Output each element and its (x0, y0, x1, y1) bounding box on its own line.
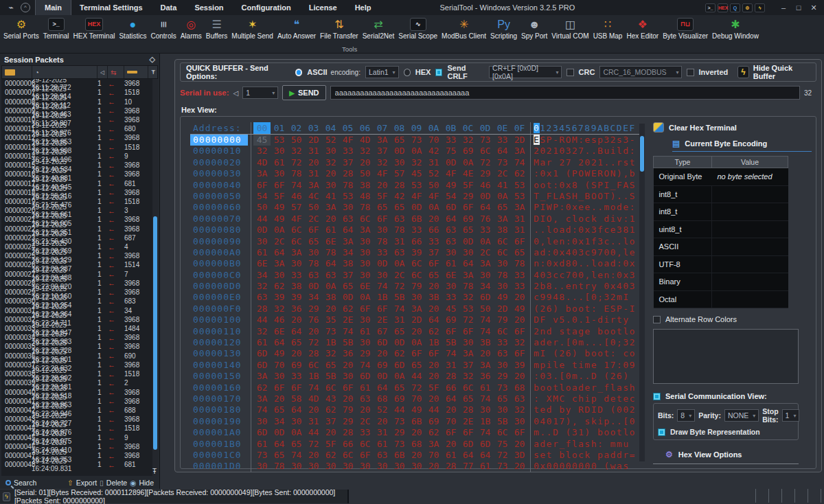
hex-byte-cell[interactable]: 3A (511, 146, 528, 157)
hex-byte-cell[interactable]: 0A (391, 371, 408, 382)
hex-byte-cell[interactable]: 3A (494, 214, 511, 225)
hex-byte-cell[interactable]: 20 (425, 303, 442, 314)
delete-button[interactable]: ▯Delete (100, 479, 127, 487)
hex-byte-cell[interactable]: 65 (271, 450, 288, 461)
address-cell[interactable]: 00000140 (190, 360, 248, 371)
hex-byte-cell[interactable]: 6C (459, 382, 477, 393)
hex-byte-cell[interactable]: 0A (494, 191, 511, 202)
controls-button[interactable]: ≡Controls (148, 16, 178, 41)
hex-byte-cell[interactable]: 6C (339, 450, 356, 461)
hex-byte-cell[interactable]: 61 (253, 439, 271, 450)
hex-byte-cell[interactable]: 74 (477, 326, 494, 337)
hex-byte-cell[interactable]: 64 (271, 247, 288, 258)
hex-byte-cell[interactable]: 6C (322, 382, 339, 393)
hex-byte-cell[interactable]: 29 (391, 427, 408, 438)
hex-byte-cell[interactable]: 6F (511, 348, 528, 359)
hex-byte-cell[interactable]: 20 (374, 416, 391, 427)
hex-byte-cell[interactable]: 6D (477, 439, 494, 450)
hex-byte-cell[interactable]: 6F (511, 427, 528, 438)
hex-byte-cell[interactable]: 61 (477, 382, 494, 393)
hex-byte-cell[interactable]: 6C (494, 236, 511, 247)
hex-byte-cell[interactable]: 20 (442, 439, 459, 450)
hex-byte-cell[interactable]: 73 (391, 416, 408, 427)
hex-byte-cell[interactable]: 52 (322, 135, 339, 146)
ascii-cell[interactable]: ader_flash: mmu (534, 439, 636, 450)
hex-byte-cell[interactable]: 20 (425, 360, 442, 371)
hex-byte-cell[interactable]: 30 (271, 146, 288, 157)
hex-byte-cell[interactable]: 30 (288, 258, 305, 269)
ascii-cell[interactable]: 403cc700,len:0x3 (534, 270, 636, 281)
hex-byte-cell[interactable]: 38 (288, 281, 305, 292)
hex-byte-cell[interactable]: 76 (477, 214, 494, 225)
hex-byte-cell[interactable]: 3A (459, 348, 477, 359)
hex-byte-cell[interactable]: 6D (391, 360, 408, 371)
hex-byte-cell[interactable]: 0A (391, 258, 408, 269)
hex-byte-cell[interactable]: 30 (322, 180, 339, 191)
settings-gear-icon[interactable]: ⚙ (742, 3, 753, 12)
hex-byte-cell[interactable]: 20 (288, 348, 305, 359)
encoding-row[interactable]: Octal (654, 290, 788, 308)
hex-byte-cell[interactable]: 62 (271, 281, 288, 292)
hex-byte-cell[interactable]: 20 (511, 439, 528, 450)
hex-byte-cell[interactable]: 3A (253, 393, 271, 404)
hex-byte-cell[interactable]: 46 (271, 314, 288, 325)
hex-byte-cell[interactable]: 61 (271, 157, 288, 168)
hex-byte-cell[interactable]: 79 (408, 281, 425, 292)
hex-byte-cell[interactable]: 30 (391, 461, 408, 472)
address-cell[interactable]: 000001C0 (190, 450, 248, 461)
hex-byte-cell[interactable]: 30 (356, 247, 374, 258)
usb-map-button[interactable]: ∷USB Map (591, 16, 625, 41)
hex-byte-cell[interactable]: 64 (374, 382, 391, 393)
hex-byte-cell[interactable]: 3A (477, 360, 494, 371)
hex-byte-cell[interactable]: 64 (339, 225, 356, 236)
hex-byte-cell[interactable]: 32 (356, 146, 374, 157)
hex-byte-cell[interactable]: 20 (339, 360, 356, 371)
hex-byte-cell[interactable]: 2E (339, 314, 356, 325)
ascii-cell[interactable]: ad:0x403c9700,le (534, 247, 636, 258)
hex-byte-cell[interactable]: 0D (442, 157, 459, 168)
hex-byte-cell[interactable]: 5F (322, 439, 339, 450)
address-cell[interactable]: 00000130 (190, 348, 248, 359)
virtual-com-button[interactable]: ◫Virtual COM (549, 16, 591, 41)
hex-byte-cell[interactable]: 37 (374, 146, 391, 157)
hex-byte-cell[interactable]: 3A (477, 258, 494, 269)
hex-byte-cell[interactable]: 20 (408, 427, 425, 438)
hex-byte-cell[interactable]: 72 (408, 382, 425, 393)
hex-byte-cell[interactable]: 32 (253, 146, 271, 157)
hex-byte-cell[interactable]: 65 (288, 439, 305, 450)
hex-byte-cell[interactable]: 6B (408, 416, 425, 427)
hex-byte-cell[interactable]: 68 (511, 382, 528, 393)
hex-byte-cell[interactable]: 20 (322, 427, 339, 438)
hex-byte-cell[interactable]: 65 (391, 326, 408, 337)
hex-byte-cell[interactable]: 49 (408, 404, 425, 415)
hex-byte-cell[interactable]: 20 (322, 168, 339, 179)
modbus-client-button[interactable]: ✳ModBus Client (439, 16, 488, 41)
hex-byte-cell[interactable]: 65 (408, 360, 425, 371)
hex-byte-cell[interactable]: 73 (322, 326, 339, 337)
hex-byte-cell[interactable]: 20 (425, 214, 442, 225)
hex-byte-cell[interactable]: 70 (425, 135, 442, 146)
hex-byte-cell[interactable]: 1B (322, 337, 339, 348)
hex-byte-cell[interactable]: 32 (511, 337, 528, 348)
hex-byte-cell[interactable]: 2C (356, 416, 374, 427)
hex-byte-cell[interactable]: 32 (408, 157, 425, 168)
hex-byte-cell[interactable]: 50 (253, 202, 271, 213)
hex-byte-cell[interactable]: 74 (442, 348, 459, 359)
hex-byte-cell[interactable]: 30 (339, 371, 356, 382)
hex-byte-cell[interactable]: 30 (253, 236, 271, 247)
hex-byte-cell[interactable]: 0A (288, 427, 305, 438)
hex-byte-cell[interactable]: 6F (374, 303, 391, 314)
hex-byte-cell[interactable]: 20 (356, 157, 374, 168)
hex-byte-cell[interactable]: 30 (322, 461, 339, 472)
hex-byte-cell[interactable]: 0A (356, 292, 374, 303)
hex-byte-cell[interactable]: 30 (459, 337, 477, 348)
hex-byte-cell[interactable]: 67 (374, 326, 391, 337)
ascii-cell[interactable]: ted by RDID (002 (534, 404, 636, 415)
address-cell[interactable]: 00000100 (190, 314, 248, 325)
hex-byte-cell[interactable]: 32 (271, 303, 288, 314)
encoding-row[interactable]: Original Byteno byte selected (654, 168, 788, 186)
hex-byte-cell[interactable]: 61 (477, 461, 494, 472)
hex-byte-cell[interactable]: 70 (271, 360, 288, 371)
ascii-cell[interactable]: PIWP:0xee..mode: (534, 202, 636, 213)
hex-byte-cell[interactable]: 38 (339, 258, 356, 269)
